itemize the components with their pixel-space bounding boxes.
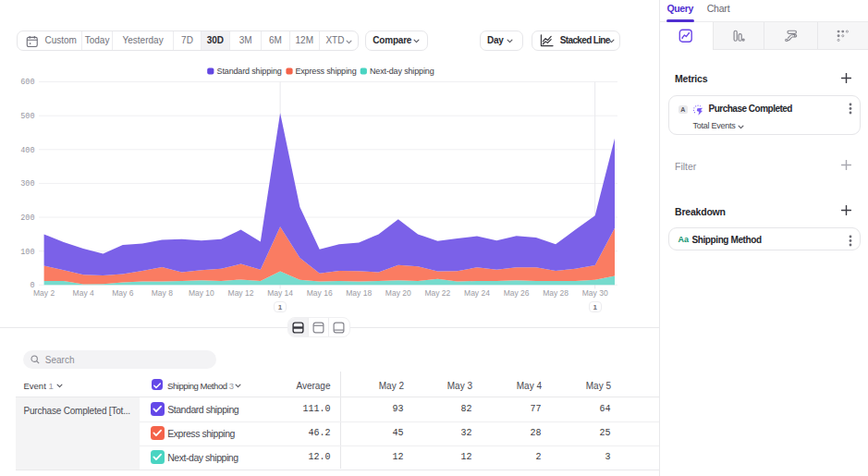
svg-text:May 30: May 30: [582, 288, 608, 298]
svg-text:May 6: May 6: [112, 288, 133, 298]
svg-text:May 10: May 10: [189, 288, 214, 298]
svg-text:May 22: May 22: [424, 288, 450, 298]
svg-text:May 26: May 26: [504, 288, 530, 298]
svg-text:May 8: May 8: [152, 288, 173, 298]
svg-text:Standard shipping: Standard shipping: [217, 67, 282, 76]
svg-text:May 18: May 18: [346, 288, 372, 298]
svg-text:May 24: May 24: [464, 288, 490, 298]
svg-text:200: 200: [20, 214, 34, 223]
svg-text:300: 300: [20, 179, 34, 189]
svg-text:May 14: May 14: [267, 288, 293, 298]
svg-text:May 12: May 12: [228, 288, 254, 298]
svg-text:May 20: May 20: [385, 288, 411, 298]
svg-text:Express shipping: Express shipping: [295, 67, 356, 76]
svg-text:May 4: May 4: [73, 288, 94, 298]
svg-text:100: 100: [20, 248, 34, 257]
svg-text:400: 400: [20, 146, 34, 155]
svg-text:May 28: May 28: [543, 288, 568, 298]
svg-text:May 16: May 16: [307, 288, 333, 298]
svg-text:Next-day shipping: Next-day shipping: [370, 67, 434, 76]
svg-text:500: 500: [20, 112, 34, 121]
svg-text:600: 600: [20, 78, 34, 87]
svg-text:May 2: May 2: [33, 288, 55, 298]
